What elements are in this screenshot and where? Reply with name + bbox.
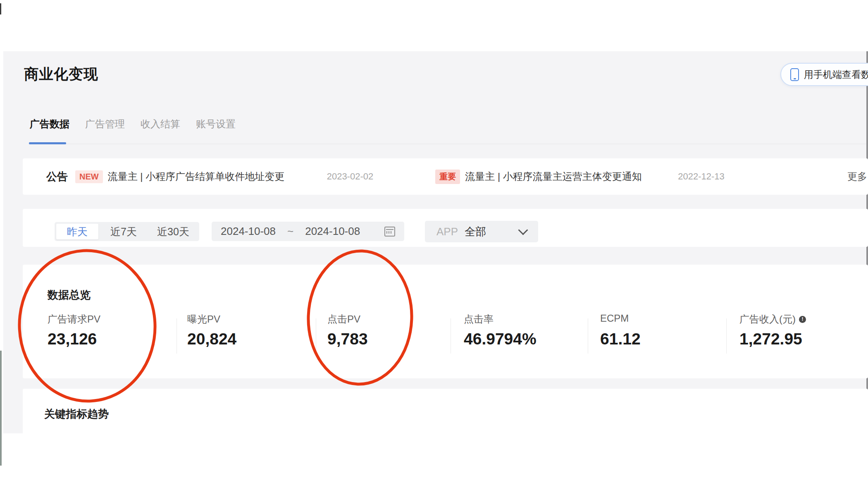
range-yesterday-option[interactable]: 昨天: [56, 224, 98, 239]
tab-revenue-settlement[interactable]: 收入结算: [141, 117, 180, 131]
metric-divider: [588, 318, 588, 354]
page-title: 商业化变现: [24, 65, 98, 84]
metric-divider: [176, 318, 177, 354]
metric-divider: [316, 318, 316, 354]
filter-bar: 昨天 近7天 近30天 2024-10-08 ~ 2024-10-08 APP …: [23, 209, 868, 247]
data-overview-card: 数据总览 广告请求PV 23,126 曝光PV 20,824 点击PV 9,78…: [23, 265, 868, 378]
announcement-bar: 公告 NEW 流量主 | 小程序广告结算单收件地址变更 2023-02-02 重…: [23, 158, 868, 195]
view-on-phone-button[interactable]: 用手机端查看数据: [780, 63, 868, 86]
app-filter-dropdown[interactable]: APP 全部: [425, 221, 538, 242]
screen-edge-artifact-left: [0, 351, 2, 466]
range-last30days-option[interactable]: 近30天: [147, 222, 199, 241]
announcement-date: 2023-02-02: [327, 171, 374, 182]
important-badge: 重要: [435, 170, 460, 184]
range-last7days-option[interactable]: 近7天: [100, 222, 147, 241]
metric-label-click-pv: 点击PV: [327, 313, 360, 326]
date-range-separator: ~: [287, 225, 293, 238]
date-range-picker[interactable]: 2024-10-08 ~ 2024-10-08: [212, 222, 404, 241]
calendar-icon: [384, 227, 395, 237]
metric-label-ad-revenue: 广告收入(元): [739, 313, 806, 326]
metric-divider: [726, 318, 727, 354]
announcement-link[interactable]: 流量主 | 小程序广告结算单收件地址变更: [108, 170, 320, 183]
info-icon[interactable]: [799, 316, 806, 323]
announcement-link[interactable]: 流量主 | 小程序流量主运营主体变更通知: [465, 170, 670, 183]
chevron-down-icon: [518, 225, 528, 235]
active-tab-indicator: [29, 142, 66, 144]
metric-label-ecpm: ECPM: [600, 313, 629, 324]
quick-date-range-segmented-control: 昨天 近7天 近30天: [55, 222, 199, 241]
tab-account-settings[interactable]: 账号设置: [196, 117, 236, 131]
metric-value-ad-request-pv: 23,126: [48, 330, 97, 348]
metric-value-click-pv: 9,783: [327, 330, 368, 348]
data-overview-title: 数据总览: [48, 288, 91, 302]
metric-label-click-rate: 点击率: [464, 313, 494, 326]
key-metrics-trend-card: 关键指标趋势: [23, 389, 868, 433]
metric-divider: [451, 318, 451, 354]
ad-revenue-label-text: 广告收入(元): [739, 313, 796, 326]
announcement-more-link[interactable]: 更多: [847, 170, 867, 183]
app-filter-value: 全部: [465, 225, 486, 239]
metric-label-impression-pv: 曝光PV: [187, 313, 220, 326]
announcement-label: 公告: [46, 170, 68, 184]
tab-ad-management[interactable]: 广告管理: [85, 117, 125, 131]
metric-value-click-rate: 46.9794%: [464, 330, 537, 348]
app-filter-label: APP: [436, 225, 458, 238]
metric-value-ad-revenue: 1,272.95: [739, 330, 802, 348]
key-metrics-trend-title: 关键指标趋势: [44, 407, 109, 421]
date-range-end: 2024-10-08: [305, 225, 360, 238]
view-on-phone-label: 用手机端查看数据: [804, 68, 868, 81]
screen-edge-artifact-top: [0, 3, 1, 14]
date-range-start: 2024-10-08: [221, 225, 276, 238]
new-badge: NEW: [75, 170, 103, 183]
announcement-date: 2022-12-13: [678, 171, 725, 182]
tab-bar-divider: [29, 143, 866, 144]
tab-ad-data[interactable]: 广告数据: [30, 117, 69, 131]
metric-value-impression-pv: 20,824: [187, 330, 236, 348]
tab-bar: 广告数据 广告管理 收入结算 账号设置: [30, 117, 236, 131]
phone-icon: [790, 68, 799, 81]
metric-label-ad-request-pv: 广告请求PV: [48, 313, 100, 326]
metric-value-ecpm: 61.12: [600, 330, 641, 348]
